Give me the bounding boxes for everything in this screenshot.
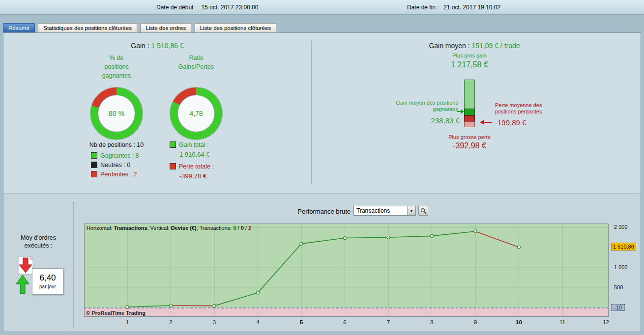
legend-losers-label: Perdantes : 2	[100, 171, 137, 178]
winrate-title-line2: positions	[72, 62, 161, 71]
avg-gain-label: Gain moyen :	[429, 42, 469, 50]
date-start-label: Date de début :	[156, 4, 197, 11]
info-horizontal-label: Horizontal:	[87, 225, 114, 231]
gain-total-row: Gain total :	[170, 141, 208, 148]
avg-win-label: Gain moyen des positions gagnantes	[343, 100, 458, 112]
arrow-right-icon	[457, 109, 464, 114]
total-gain-line: Gain : 1 510,86 €	[3, 42, 311, 50]
ratio-donut-title: Ratio Gains/Pertes	[152, 54, 240, 71]
svg-text:3: 3	[213, 319, 216, 325]
svg-text:1: 1	[126, 319, 129, 325]
legend-neutral-label: Neutres : 0	[100, 162, 130, 168]
total-gain-label: Gain :	[131, 42, 149, 50]
copyright-label: © ProRealTime Trading	[86, 310, 146, 316]
avg-orders-label: Moy d'ordres exécutés :	[3, 234, 73, 250]
trading-report-window: Date de début : 15 oct. 2017 23:00:00 Da…	[0, 0, 644, 335]
chevron-down-icon[interactable]: ▼	[407, 206, 415, 215]
legend-winners-label: Gagnantes : 8	[100, 152, 139, 159]
y-axis: 2 0001 0005001 510,86-10	[610, 223, 641, 328]
performance-chart[interactable]: 123456789101112 Horizontal: Transactions…	[84, 223, 609, 328]
avg-loss-bar	[464, 115, 475, 121]
winrate-title-line1: % de	[72, 54, 161, 62]
date-start-value: 15 oct. 2017 23:00:00	[201, 4, 258, 11]
info-vertical-value: Devise (€)	[171, 225, 197, 231]
min-value-badge: -10	[611, 304, 625, 311]
legend-winners: Gagnantes : 8	[91, 152, 139, 159]
tab-resume[interactable]: Résumé	[3, 23, 35, 33]
date-end: Date de fin : 21 oct. 2017 19:10:02	[407, 4, 500, 11]
avg-gain-bar	[464, 109, 475, 115]
ratio-title-line1: Ratio	[152, 54, 240, 62]
magnifier-icon	[420, 208, 427, 214]
positions-count: Nb de positions : 10	[62, 141, 171, 148]
avg-orders-box: 6,40 par jour	[32, 268, 63, 295]
winrate-donut-title: % de positions gagnantes	[72, 54, 161, 80]
svg-text:2: 2	[169, 319, 172, 325]
svg-text:9: 9	[474, 319, 477, 325]
info-sep1: , Vertical:	[147, 225, 171, 231]
svg-text:7: 7	[387, 319, 390, 325]
y-axis-tick: 1 000	[614, 264, 628, 270]
svg-text:11: 11	[559, 319, 565, 325]
info-horizontal-value: Transactions	[114, 225, 147, 231]
gain-total-swatch	[170, 141, 176, 148]
winrate-donut-center: 80 %	[98, 95, 135, 132]
performance-mode-value: Transactions	[354, 207, 407, 214]
date-end-label: Date de fin :	[407, 4, 439, 11]
legend-losers: Perdantes : 2	[91, 171, 137, 178]
ratio-donut-center: 4,78	[177, 95, 215, 132]
performance-chart-svg[interactable]: 123456789101112	[84, 223, 609, 328]
avg-gain-line: Gain moyen : 151,09 € / trade	[313, 42, 636, 50]
report-panel: Gain : 1 510,86 € % de positions gagnant…	[3, 32, 641, 332]
performance-title: Performance brute	[249, 208, 351, 215]
avg-loss-label-line1: Perte moyenne des	[495, 102, 579, 109]
loss-total-swatch	[170, 163, 176, 169]
avg-loss-value: -199,89 €	[495, 118, 526, 127]
svg-text:8: 8	[430, 319, 433, 325]
biggest-loss-bar	[464, 121, 475, 127]
loss-total-row: Perte totale :	[170, 163, 214, 170]
avg-loss-label: Perte moyenne des positions perdantes	[495, 102, 579, 115]
svg-text:6: 6	[343, 319, 346, 325]
y-axis-tick: 500	[614, 284, 623, 290]
avg-win-label-line1: Gain moyen des positions	[343, 100, 458, 106]
svg-text:4: 4	[256, 319, 260, 325]
avg-loss-label-line2: positions perdantes	[495, 109, 579, 115]
stats-vertical-divider	[311, 41, 312, 184]
avg-orders-label-line2: exécutés :	[3, 242, 73, 250]
current-value-badge: 1 510,86	[611, 243, 636, 251]
loss-total-label: Perte totale :	[179, 163, 214, 170]
tab-liste-positions[interactable]: Liste des positions clôturées	[195, 23, 276, 33]
tab-statistiques-positions[interactable]: Statistiques des positions clôturées	[38, 23, 137, 33]
avg-orders-value: 6,40	[32, 273, 63, 283]
tab-liste-ordres[interactable]: Liste des ordres	[140, 23, 191, 33]
biggest-gain-label: Plus gros gain	[401, 53, 538, 59]
loss-total-value: -399,78 €	[179, 172, 206, 180]
avg-orders-label-line1: Moy d'ordres	[3, 234, 73, 242]
chart-options-button[interactable]	[418, 206, 428, 216]
gain-total-value: 1 910,64 €	[179, 151, 209, 158]
ratio-donut-chart: 4,78	[170, 87, 222, 140]
chart-info-line: Horizontal: Transactions, Vertical: Devi…	[87, 225, 251, 231]
winrate-value: 80 %	[109, 110, 124, 117]
avg-win-label-line2: gagnantes	[343, 106, 458, 112]
performance-panel: Performance brute Transactions ▼ Moy d'o…	[3, 194, 641, 332]
tab-bar: Résumé Statistiques des positions clôtur…	[3, 23, 277, 33]
info-sep2: , Transactions:	[197, 225, 234, 231]
info-sep4: /	[244, 225, 248, 231]
performance-mode-select[interactable]: Transactions ▼	[353, 206, 416, 216]
winners-color-swatch	[91, 152, 97, 159]
neutral-color-swatch	[91, 162, 97, 168]
avg-win-value: 238,83 €	[387, 116, 460, 125]
gain-total-label: Gain total :	[179, 141, 208, 148]
ratio-title-line2: Gains/Pertes	[152, 62, 240, 71]
winrate-donut-chart: 80 %	[90, 87, 143, 140]
chart-vertical-divider	[73, 201, 74, 327]
avg-gain-value: 151,09 € / trade	[472, 42, 520, 50]
losers-color-swatch	[91, 171, 97, 177]
svg-text:10: 10	[516, 319, 522, 325]
biggest-loss-label: Plus grosse perte	[401, 134, 538, 140]
legend-neutral: Neutres : 0	[91, 162, 130, 168]
winrate-title-line3: gagnantes	[72, 71, 161, 80]
arrow-up-icon	[16, 275, 29, 294]
